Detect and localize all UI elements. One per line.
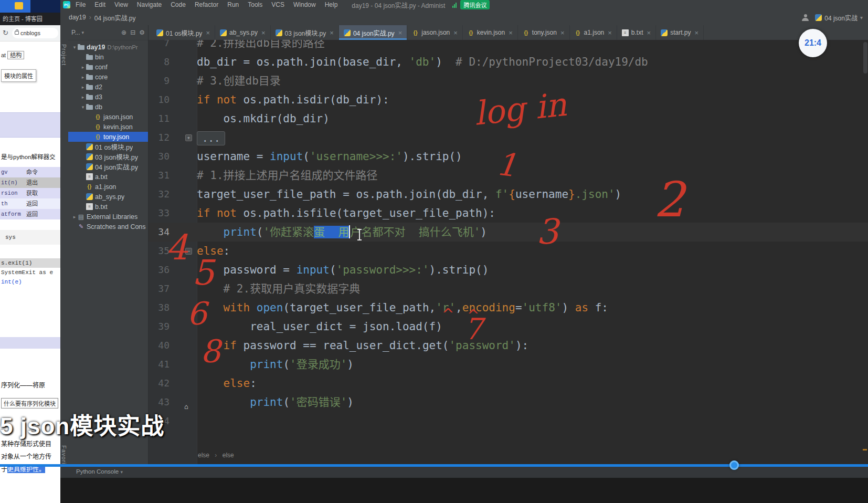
tree-item[interactable]: {}jason.json	[68, 112, 148, 122]
run-configuration[interactable]: 04 json实战 ▾	[815, 13, 863, 22]
breadcrumb-else-2[interactable]: else	[223, 452, 234, 459]
scrollbar-thumb[interactable]	[863, 42, 867, 74]
close-icon[interactable]: ×	[330, 29, 334, 37]
folded-region[interactable]: ...	[197, 131, 225, 145]
close-icon[interactable]: ×	[509, 29, 513, 37]
menu-run[interactable]: Run	[227, 1, 239, 8]
tree-item[interactable]: {}tony.json	[68, 132, 148, 142]
editor-tab[interactable]: {}kevin.json×	[463, 25, 518, 40]
tree-item[interactable]: ▸d2	[68, 82, 148, 92]
close-icon[interactable]: ×	[608, 29, 612, 37]
tree-item[interactable]: bin	[68, 52, 148, 62]
chevron-down-icon[interactable]: ▾	[71, 45, 78, 50]
breadcrumb-file[interactable]: 04 json实战.py	[94, 13, 136, 22]
editor-tab[interactable]: 03 json模块.py×	[271, 25, 339, 40]
tree-item[interactable]: ≡a.txt	[68, 172, 148, 182]
close-icon[interactable]: ×	[453, 29, 458, 37]
chevron-down-icon[interactable]: ▾	[81, 30, 84, 35]
code-line[interactable]: 11 os.mkdir(db_dir)	[149, 109, 868, 128]
error-stripe-mark[interactable]	[863, 449, 867, 450]
python-console-tab[interactable]: Python Console ▾	[76, 468, 123, 475]
editor-tab[interactable]: ≡b.txt×	[617, 25, 656, 40]
chevron-down-icon[interactable]: ▾	[80, 104, 86, 110]
fold-collapse-icon[interactable]: −	[185, 248, 192, 255]
close-icon[interactable]: ×	[560, 29, 565, 37]
tree-item[interactable]: 01 os模块.py	[68, 142, 148, 152]
code-line[interactable]: 36 password = input('password>>>:').stri…	[149, 260, 868, 279]
tree-item[interactable]: ▾day19D:\pythonPr	[68, 42, 148, 52]
breadcrumb-else-1[interactable]: else	[198, 452, 209, 459]
fold-expand-icon[interactable]: +	[185, 134, 192, 141]
editor-tab[interactable]: {}a1.json×	[570, 25, 617, 40]
menu-edit[interactable]: Edit	[94, 1, 105, 8]
taskbar-app-icon[interactable]	[15, 2, 23, 9]
code-line[interactable]: 44	[149, 412, 868, 431]
collapse-all-icon[interactable]: ⊟	[130, 29, 135, 36]
code-line[interactable]: 9# 3.创建db目录	[149, 71, 868, 90]
users-icon[interactable]	[802, 14, 809, 21]
chevron-right-icon[interactable]: ▸	[71, 214, 78, 219]
editor-tab[interactable]: ab_sys.py×	[215, 25, 271, 40]
tree-item[interactable]: ▸d3	[68, 92, 148, 102]
add-icon[interactable]: ⊕	[121, 29, 126, 36]
code-line[interactable]: 8db_dir = os.path.join(base_dir, 'db') #…	[149, 53, 868, 71]
code-line[interactable]: 40 if password == real_user_dict.get('pa…	[149, 336, 868, 355]
menu-window[interactable]: Window	[293, 1, 316, 8]
code-line[interactable]: 42 else:	[149, 374, 868, 393]
breadcrumb-project[interactable]: day19	[69, 14, 86, 21]
code-line[interactable]: 41 print('登录成功')	[149, 355, 868, 374]
tree-item[interactable]: ▸conf	[68, 62, 148, 72]
menu-refactor[interactable]: Refactor	[195, 1, 218, 8]
browser-tab-title[interactable]: 的主页 - 博客园	[0, 13, 60, 25]
meeting-badge[interactable]: 腾讯会议	[460, 0, 490, 9]
chevron-right-icon[interactable]: ▸	[80, 75, 86, 80]
settings-icon[interactable]: ⚙	[139, 29, 145, 36]
reload-icon[interactable]: ↻	[3, 29, 8, 37]
tree-item[interactable]: 03 json模块.py	[68, 152, 148, 162]
menu-file[interactable]: File	[76, 1, 86, 8]
tree-item[interactable]: 04 json实战.py	[68, 162, 148, 172]
editor-tab[interactable]: 01 os模块.py×	[152, 25, 215, 40]
menu-navigate[interactable]: Navigate	[137, 1, 162, 8]
menu-view[interactable]: View	[114, 1, 128, 8]
address-bar[interactable]: cnblogs	[12, 28, 58, 38]
tree-item[interactable]: ▸▤External Libraries	[68, 212, 148, 222]
chevron-right-icon[interactable]: ▸	[80, 85, 86, 90]
tree-item[interactable]: ▾db	[68, 102, 148, 112]
code-line[interactable]: 31# 1.拼接上述用户名组成的文件路径	[149, 166, 868, 185]
editor-tab[interactable]: 04 json实战.py×	[339, 25, 407, 40]
project-header-label[interactable]: P...	[71, 29, 80, 36]
code-line[interactable]: 39 real_user_dict = json.load(f)	[149, 317, 868, 336]
close-icon[interactable]: ×	[695, 29, 699, 37]
menu-help[interactable]: Help	[325, 1, 338, 8]
code-line[interactable]: 35−else:	[149, 242, 868, 260]
code-line[interactable]: 10if not os.path.isdir(db_dir):	[149, 90, 868, 109]
code-line[interactable]: 30username = input('username>>>:').strip…	[149, 147, 868, 166]
menu-tools[interactable]: Tools	[248, 1, 262, 8]
project-toolwindow-button[interactable]: Project	[61, 44, 67, 66]
chevron-right-icon[interactable]: ▸	[80, 95, 86, 100]
close-icon[interactable]: ×	[647, 29, 651, 37]
tree-item[interactable]: ▸core	[68, 72, 148, 82]
tree-item[interactable]: {}a1.json	[68, 182, 148, 192]
tree-item[interactable]: {}kevin.json	[68, 122, 148, 132]
editor-tab[interactable]: start.py×	[656, 25, 704, 40]
code-line[interactable]: 37 # 2.获取用户真实数据字典	[149, 279, 868, 298]
code-line[interactable]: 32target_user_file_path = os.path.join(d…	[149, 185, 868, 204]
tree-item[interactable]: ≡b.txt	[68, 202, 148, 212]
code-viewport[interactable]: 7# 2.拼接出db目录的路径8db_dir = os.path.join(ba…	[149, 40, 868, 503]
chevron-right-icon[interactable]: ▸	[80, 65, 86, 70]
video-progress-handle[interactable]	[729, 460, 739, 470]
code-line[interactable]: 43⌂ print('密码错误')	[149, 393, 868, 412]
menu-vcs[interactable]: VCS	[271, 1, 284, 8]
menu-code[interactable]: Code	[171, 1, 186, 8]
code-line[interactable]: 33if not os.path.isfile(target_user_file…	[149, 204, 868, 223]
editor-tab[interactable]: {}tony.json×	[518, 25, 570, 40]
code-line[interactable]: 7# 2.拼接出db目录的路径	[149, 40, 868, 53]
tree-item[interactable]: ab_sys.py	[68, 192, 148, 202]
code-line[interactable]: 38 with open(target_user_file_path,'r',e…	[149, 298, 868, 317]
code-line[interactable]: 34 print('你赶紧滚蛋 用户名都不对 搞什么飞机')	[149, 223, 868, 242]
close-icon[interactable]: ×	[261, 29, 266, 37]
tree-item[interactable]: ✎Scratches and Cons	[68, 222, 148, 232]
close-icon[interactable]: ×	[206, 29, 210, 37]
